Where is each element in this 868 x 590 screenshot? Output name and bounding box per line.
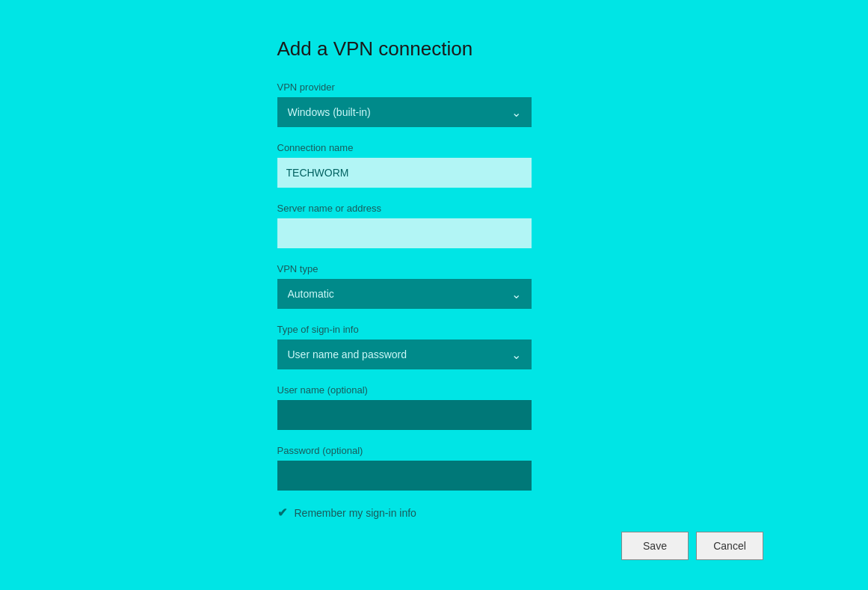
vpn-provider-dropdown-wrapper: Windows (built-in) ⌄ xyxy=(277,97,532,127)
sign-in-type-dropdown-wrapper: User name and passwordCertificateSmart c… xyxy=(277,339,532,369)
password-group: Password (optional) xyxy=(277,445,591,491)
connection-name-label: Connection name xyxy=(277,142,591,153)
vpn-provider-label: VPN provider xyxy=(277,82,591,93)
form-wrapper: Add a VPN connection VPN provider Window… xyxy=(0,0,868,590)
vpn-type-select[interactable]: AutomaticPPTPL2TP/IPsecSSTPIKEv2 xyxy=(277,279,532,309)
connection-name-input[interactable] xyxy=(277,158,532,188)
button-row: Save Cancel xyxy=(621,532,763,560)
page-title: Add a VPN connection xyxy=(277,37,591,61)
vpn-type-label: VPN type xyxy=(277,263,591,274)
checkmark-icon: ✔ xyxy=(277,506,287,520)
username-label: User name (optional) xyxy=(277,384,591,396)
username-group: User name (optional) xyxy=(277,384,591,430)
vpn-provider-select[interactable]: Windows (built-in) xyxy=(277,97,532,127)
server-name-label: Server name or address xyxy=(277,203,591,214)
password-label: Password (optional) xyxy=(277,445,591,456)
connection-name-group: Connection name xyxy=(277,142,591,188)
password-input[interactable] xyxy=(277,461,532,491)
sign-in-type-select[interactable]: User name and passwordCertificateSmart c… xyxy=(277,339,532,369)
server-name-group: Server name or address xyxy=(277,203,591,248)
remember-checkbox-row: ✔ Remember my sign-in info xyxy=(277,506,591,520)
sign-in-type-label: Type of sign-in info xyxy=(277,324,591,335)
sign-in-type-group: Type of sign-in info User name and passw… xyxy=(277,324,591,369)
remember-label: Remember my sign-in info xyxy=(295,507,416,519)
cancel-button[interactable]: Cancel xyxy=(696,532,763,560)
vpn-type-group: VPN type AutomaticPPTPL2TP/IPsecSSTPIKEv… xyxy=(277,263,591,309)
server-name-input[interactable] xyxy=(277,218,532,248)
username-input[interactable] xyxy=(277,400,532,430)
save-button[interactable]: Save xyxy=(621,532,689,560)
vpn-provider-group: VPN provider Windows (built-in) ⌄ xyxy=(277,82,591,127)
form-container: Add a VPN connection VPN provider Window… xyxy=(247,15,621,590)
vpn-type-dropdown-wrapper: AutomaticPPTPL2TP/IPsecSSTPIKEv2 ⌄ xyxy=(277,279,532,309)
